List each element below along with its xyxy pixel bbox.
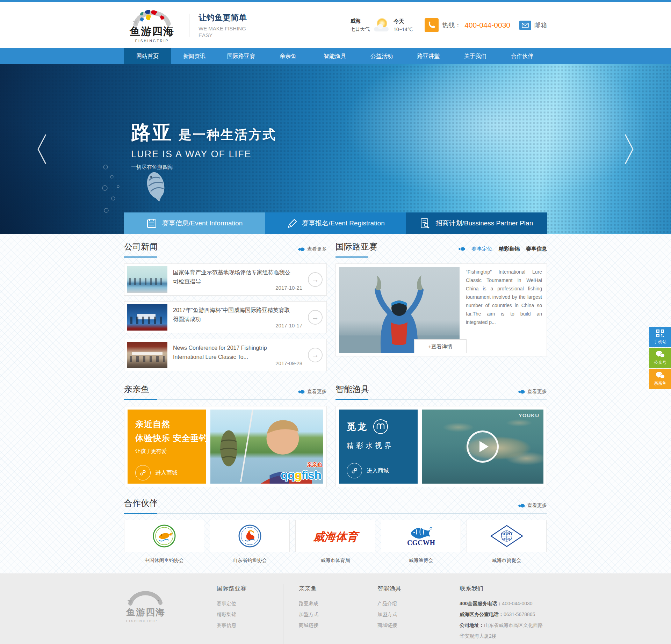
gear-slogan: 精彩水视界: [347, 441, 410, 450]
play-icon: [479, 441, 489, 452]
header: 鱼游四海 FISHINGTRIP 让钓鱼更简单 WE MAKE FISHING …: [0, 2, 671, 48]
footer-link[interactable]: 加盟方式: [377, 609, 444, 620]
news-date: 2017-09-28: [275, 360, 302, 366]
carousel-next-arrow[interactable]: [624, 133, 634, 165]
float-qqfish-wechat[interactable]: 亲亲鱼: [649, 369, 671, 389]
partner-weihai-fishery-expo[interactable]: CGCWH 威海渔博会: [381, 520, 461, 564]
gear-shop-link[interactable]: 进入商城: [347, 463, 410, 478]
envelope-icon: [519, 21, 531, 30]
arrow-circle-icon[interactable]: →: [308, 348, 323, 362]
slogan-en-line2: EASY: [199, 32, 247, 38]
footer-contact-row: 公司地址：山东省威海市高区文化西路华安观海大厦2楼: [460, 620, 547, 642]
qqfish-logo: qqgfish: [281, 469, 321, 481]
ccpit-logo-text: CCPIT: [501, 532, 512, 536]
fish-icon: [298, 247, 305, 251]
logo-text-cn: 鱼游四海: [130, 24, 174, 39]
tab-event-information[interactable]: 赛事信息/Event Information: [124, 212, 265, 234]
tab-label: 赛事报名/Event Registration: [302, 219, 385, 228]
footer-col-gear: 智能渔具 产品介绍 加盟方式 商城链接: [362, 584, 444, 644]
qqfish-shop-link[interactable]: 进入商城: [135, 465, 199, 480]
partner-leisure-angling[interactable]: 中国休闲垂钓协会: [124, 520, 204, 564]
float-wechat-official[interactable]: 公众号: [649, 348, 671, 368]
partner-weihai-sports[interactable]: 威海体育 威海市体育局: [295, 520, 375, 564]
tournament-link-info[interactable]: 赛事信息: [526, 246, 547, 252]
qqfish-more-link[interactable]: 查看更多: [298, 389, 327, 395]
partners-more-link[interactable]: 查看更多: [518, 502, 547, 509]
nav-item-qqfish[interactable]: 亲亲鱼: [265, 48, 311, 64]
footer-logo-en: FISHINGTRIP: [126, 619, 158, 623]
qqfish-section-header: 亲亲鱼 查看更多: [124, 384, 327, 400]
footer-contact-row: 400全国服务电话：400-044-0030: [460, 598, 547, 609]
weather-day: 今天: [394, 18, 413, 25]
partner-weihai-ccpit[interactable]: CCPIT WEIHAI 威海市贸促会: [467, 520, 547, 564]
footer-link[interactable]: 赛事信息: [217, 620, 283, 631]
footer-link[interactable]: 产品介绍: [377, 598, 444, 609]
footer-link[interactable]: 赛事定位: [217, 598, 283, 609]
tab-label: 赛事信息/Event Information: [162, 219, 243, 228]
logo-divider: [189, 14, 189, 37]
footer-logo-cn: 鱼游四海: [126, 606, 165, 618]
news-title: News Conference for 2017 Fishingtrip Int…: [173, 343, 292, 362]
gear-section-header: 智能渔具 查看更多: [336, 384, 547, 400]
slogan-cn: 让钓鱼更简单: [199, 12, 247, 23]
arrow-circle-icon[interactable]: →: [308, 272, 323, 287]
weather-forecast-link[interactable]: 七日天气: [350, 26, 370, 32]
nav-item-charity[interactable]: 公益活动: [358, 48, 405, 64]
site-logo[interactable]: 鱼游四海 FISHINGTRIP: [124, 8, 180, 43]
nav-item-about[interactable]: 关于我们: [452, 48, 499, 64]
nav-item-home[interactable]: 网站首页: [124, 48, 171, 64]
fish-icon: [458, 247, 465, 251]
news-item-1[interactable]: 国家体育产业示范基地现场评估专家组莅临我公司检查指导 2017-10-21 →: [124, 263, 327, 296]
partner-shandong-angling[interactable]: 山东省钓鱼协会: [210, 520, 290, 564]
news-section-title: 公司新闻: [124, 241, 158, 252]
nav-item-partners[interactable]: 合作伙伴: [499, 48, 546, 64]
nav-item-gear[interactable]: 智能渔具: [311, 48, 358, 64]
phone-icon: [425, 18, 439, 32]
footer-link[interactable]: 精彩集锦: [217, 609, 283, 620]
news-thumbnail: [127, 342, 167, 368]
news-more-link[interactable]: 查看更多: [298, 246, 327, 252]
footer-col-tournament: 国际路亚赛 赛事定位 精彩集锦 赛事信息: [201, 584, 283, 644]
qqfish-line1: 亲近自然: [135, 419, 199, 430]
qqfish-card: 亲近自然 体验快乐 安全垂钓 让孩子更有爱 进入商城: [124, 406, 327, 487]
wechat-icon: [656, 371, 665, 379]
footer-link[interactable]: 路亚养成: [299, 598, 362, 609]
gear-more-link[interactable]: 查看更多: [518, 389, 547, 395]
gear-card: 觅龙 精彩水视界 进入商城: [336, 406, 547, 487]
nav-item-news[interactable]: 新闻资讯: [171, 48, 218, 64]
footer-link[interactable]: 加盟方式: [299, 609, 362, 620]
float-label: 公众号: [654, 360, 666, 366]
tournament-link-position[interactable]: 赛事定位: [471, 246, 492, 252]
tournament-detail-button[interactable]: +查看详情: [414, 339, 467, 353]
news-date: 2017-10-17: [275, 323, 302, 328]
calendar-icon: [146, 218, 157, 229]
mail-link[interactable]: 邮箱: [519, 21, 547, 30]
hero-text: 路亚 是一种生活方式 LURE IS A WAY OF LIFE 一切尽在鱼游四…: [131, 120, 276, 171]
fish-icon: [298, 390, 305, 394]
qqfish-line2: 体验快乐 安全垂钓: [135, 433, 199, 444]
tournament-link-highlights[interactable]: 精彩集锦: [499, 246, 520, 252]
gear-video: YOUKU: [422, 410, 543, 484]
gear-section-title: 智能渔具: [336, 384, 369, 395]
wechat-icon: [656, 350, 665, 358]
arrow-circle-icon[interactable]: →: [308, 310, 323, 325]
tab-event-registration[interactable]: 赛事报名/Event Registration: [265, 212, 406, 234]
carousel-prev-arrow[interactable]: [37, 133, 47, 165]
ccpit-logo-subtext: WEIHAI: [502, 538, 512, 541]
news-thumbnail: [127, 304, 167, 331]
footer-link[interactable]: 商城链接: [377, 620, 444, 631]
play-button[interactable]: [467, 430, 499, 463]
cgcwh-logo: CGCWH: [400, 524, 442, 548]
nav-item-lecture[interactable]: 路亚讲堂: [405, 48, 452, 64]
fish-globe-logo-icon: [131, 8, 173, 27]
float-mobile-site[interactable]: 手机站: [649, 327, 671, 347]
footer-link[interactable]: 商城链接: [299, 620, 362, 631]
tournament-description: “Fishingtrip” International Lure Classic…: [466, 267, 543, 353]
qrcode-icon: [656, 329, 664, 338]
nav-item-tournament[interactable]: 国际路亚赛: [218, 48, 265, 64]
qqfish-line3: 让孩子更有爱: [135, 448, 199, 455]
footer-contact-row: 威海区办公室电话：0631-5678865: [460, 609, 547, 620]
tab-business-partner-plan[interactable]: 招商计划/Bussiness Partner Plan: [406, 212, 547, 234]
news-item-2[interactable]: 2017年“鱼游四海杯”中国威海国际路亚精英赛取得圆满成功 2017-10-17…: [124, 301, 327, 333]
news-item-3[interactable]: News Conference for 2017 Fishingtrip Int…: [124, 339, 327, 371]
